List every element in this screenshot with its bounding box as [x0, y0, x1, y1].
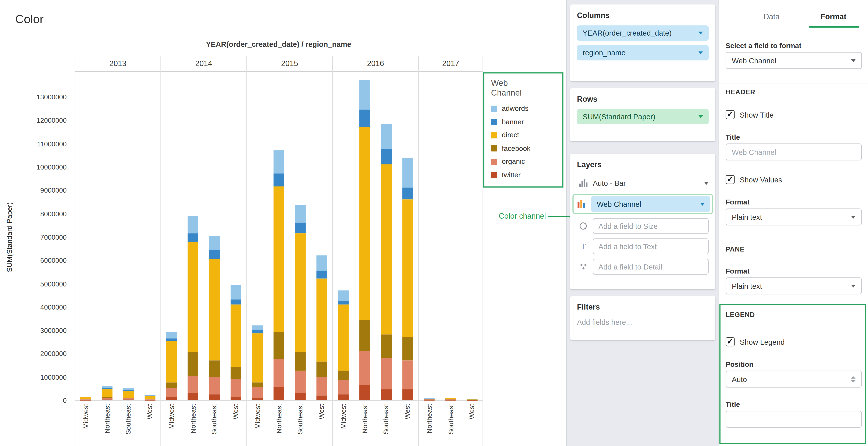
bar-segment-twitter[interactable] — [102, 400, 113, 400]
bar-segment-banner[interactable] — [316, 270, 327, 279]
bar-segment-organic[interactable] — [295, 371, 306, 393]
bar-segment-direct[interactable] — [295, 233, 306, 352]
legend-item-twitter[interactable]: twitter — [491, 168, 555, 182]
text-field-slot[interactable]: T Add a field to Text — [577, 238, 709, 255]
bar-segment-adwords[interactable] — [209, 235, 220, 250]
bar-segment-organic[interactable] — [252, 387, 263, 398]
bar-segment-adwords[interactable] — [338, 290, 349, 301]
field-to-format-select[interactable]: Web Channel — [725, 52, 862, 69]
bar-segment-organic[interactable] — [338, 380, 349, 394]
bar-segment-twitter[interactable] — [274, 387, 284, 400]
bar-segment-facebook[interactable] — [166, 382, 177, 388]
bar-segment-banner[interactable] — [188, 233, 198, 243]
chevron-down-icon[interactable] — [699, 115, 703, 118]
bar-segment-direct[interactable] — [252, 333, 263, 382]
tab-format[interactable]: Format — [820, 12, 846, 21]
bar-segment-twitter[interactable] — [166, 396, 177, 400]
bar-segment-facebook[interactable] — [381, 335, 392, 358]
bar-segment-twitter[interactable] — [188, 393, 198, 400]
bar-segment-facebook[interactable] — [360, 319, 370, 351]
bar-segment-adwords[interactable] — [188, 216, 198, 233]
bar-segment-banner[interactable] — [166, 338, 177, 341]
bar-segment-adwords[interactable] — [274, 151, 284, 174]
bar-segment-banner[interactable] — [402, 188, 413, 199]
size-field-slot[interactable]: Add a field to Size — [577, 218, 709, 234]
bar-segment-twitter[interactable] — [209, 394, 220, 400]
bar-segment-direct[interactable] — [402, 199, 413, 337]
tab-data[interactable]: Data — [764, 12, 780, 21]
bar-segment-twitter[interactable] — [295, 393, 306, 400]
bar-segment-direct[interactable] — [102, 389, 113, 397]
pill-sum-standard-paper[interactable]: SUM(Standard Paper) — [577, 109, 709, 124]
legend-item-facebook[interactable]: facebook — [491, 142, 555, 155]
bar-segment-twitter[interactable] — [360, 385, 370, 400]
bar-segment-banner[interactable] — [102, 388, 113, 389]
bar-segment-direct[interactable] — [338, 305, 349, 371]
legend-position-select[interactable]: Auto — [725, 371, 862, 387]
bar-segment-organic[interactable] — [188, 376, 198, 393]
bar-segment-twitter[interactable] — [230, 396, 241, 400]
bar-segment-facebook[interactable] — [209, 360, 220, 377]
bar-segment-facebook[interactable] — [230, 368, 241, 379]
bar-segment-direct[interactable] — [316, 279, 327, 362]
bar-segment-adwords[interactable] — [381, 124, 392, 149]
bar-segment-direct[interactable] — [188, 243, 198, 352]
chevron-down-icon[interactable] — [699, 32, 703, 34]
bar-segment-organic[interactable] — [381, 358, 392, 390]
bar-segment-facebook[interactable] — [402, 337, 413, 360]
bar-segment-direct[interactable] — [360, 127, 370, 320]
bar-segment-banner[interactable] — [274, 174, 284, 187]
bar-segment-organic[interactable] — [360, 351, 370, 385]
bar-segment-facebook[interactable] — [274, 332, 284, 359]
bar-segment-banner[interactable] — [295, 223, 306, 233]
legend-item-adwords[interactable]: adwords — [491, 102, 555, 115]
pane-format-select[interactable]: Plain text — [725, 277, 862, 294]
bar-segment-direct[interactable] — [274, 187, 284, 332]
bar-segment-facebook[interactable] — [316, 361, 327, 377]
bar-segment-banner[interactable] — [252, 330, 263, 334]
bar-segment-organic[interactable] — [316, 377, 327, 395]
bar-segment-organic[interactable] — [102, 398, 113, 400]
show-legend-checkbox[interactable] — [725, 337, 735, 346]
detail-field-input[interactable]: Add a field to Detail — [593, 259, 709, 275]
bar-segment-twitter[interactable] — [145, 400, 155, 400]
bar-segment-banner[interactable] — [381, 149, 392, 164]
show-values-checkbox[interactable] — [725, 175, 735, 184]
bar-segment-direct[interactable] — [81, 397, 91, 399]
bar-segment-banner[interactable] — [360, 109, 370, 127]
bar-segment-banner[interactable] — [338, 301, 349, 305]
bar-segment-twitter[interactable] — [123, 400, 134, 400]
bar-segment-direct[interactable] — [230, 305, 241, 368]
bar-segment-adwords[interactable] — [316, 255, 327, 270]
bar-segment-direct[interactable] — [145, 396, 155, 399]
layer-type-row[interactable]: Auto - Bar — [577, 174, 709, 192]
pill-region-name[interactable]: region_name — [577, 45, 709, 60]
bar-segment-twitter[interactable] — [381, 389, 392, 400]
bar-segment-adwords[interactable] — [230, 285, 241, 299]
bar-segment-facebook[interactable] — [252, 382, 263, 387]
header-format-select[interactable]: Plain text — [725, 209, 862, 225]
bar-segment-direct[interactable] — [123, 391, 134, 398]
legend-title-input[interactable] — [725, 411, 862, 428]
legend-item-banner[interactable]: banner — [491, 115, 555, 129]
bar-segment-organic[interactable] — [230, 379, 241, 396]
legend-item-organic[interactable]: organic — [491, 155, 555, 168]
pill-web-channel[interactable]: Web Channel — [591, 196, 710, 212]
size-field-input[interactable]: Add a field to Size — [593, 218, 709, 234]
bar-segment-adwords[interactable] — [123, 388, 134, 390]
bar-segment-banner[interactable] — [209, 250, 220, 259]
bar-segment-facebook[interactable] — [295, 352, 306, 371]
bar-segment-direct[interactable] — [209, 259, 220, 360]
legend-item-direct[interactable]: direct — [491, 128, 555, 142]
bar-segment-adwords[interactable] — [402, 157, 413, 188]
bar-segment-adwords[interactable] — [102, 386, 113, 388]
show-title-checkbox[interactable] — [725, 110, 735, 119]
bar-segment-adwords[interactable] — [295, 205, 306, 223]
bar-segment-twitter[interactable] — [81, 400, 91, 400]
text-field-input[interactable]: Add a field to Text — [593, 238, 709, 254]
bar-segment-direct[interactable] — [381, 164, 392, 335]
chevron-down-icon[interactable] — [700, 202, 705, 205]
bar-segment-twitter[interactable] — [252, 398, 263, 400]
bar-segment-direct[interactable] — [166, 341, 177, 382]
filters-drop-target[interactable]: Add fields here... — [577, 318, 709, 326]
